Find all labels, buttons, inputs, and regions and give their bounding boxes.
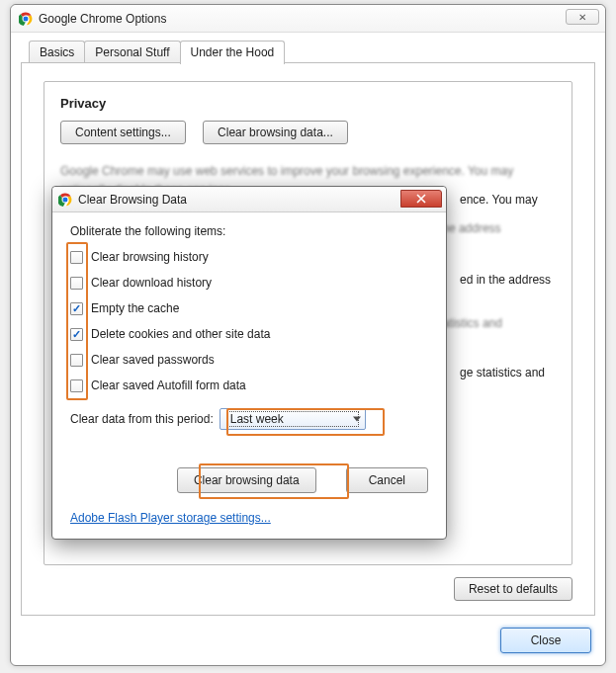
period-selected: Last week — [226, 411, 359, 427]
window-close-button[interactable]: ✕ — [566, 9, 599, 25]
close-icon — [416, 194, 426, 204]
reset-defaults-button[interactable]: Reset to defaults — [454, 577, 572, 601]
partial-text-1: ence. You may — [460, 191, 538, 210]
checkbox-label: Clear saved Autofill form data — [91, 379, 246, 392]
checkbox[interactable] — [70, 302, 83, 315]
clear-browsing-data-dialog: Clear Browsing Data Obliterate the follo… — [51, 186, 447, 540]
period-dropdown[interactable]: Last week — [220, 408, 366, 430]
svg-point-1 — [23, 16, 28, 21]
check-row-empty-cache[interactable]: Empty the cache — [70, 295, 428, 321]
main-title: Google Chrome Options — [39, 12, 166, 26]
check-row-saved-passwords[interactable]: Clear saved passwords — [70, 347, 428, 373]
dialog-close-button[interactable] — [400, 190, 442, 208]
clear-browsing-data-confirm-button[interactable]: Clear browsing data — [177, 467, 316, 493]
clear-browsing-data-button[interactable]: Clear browsing data... — [203, 121, 348, 144]
dialog-prompt: Obliterate the following items: — [70, 224, 428, 238]
checkbox-label: Clear download history — [91, 276, 212, 290]
checkbox-label: Delete cookies and other site data — [91, 327, 270, 341]
cancel-button[interactable]: Cancel — [346, 467, 428, 493]
check-row-delete-cookies[interactable]: Delete cookies and other site data — [70, 321, 428, 347]
dialog-titlebar: Clear Browsing Data — [52, 187, 446, 212]
checkbox[interactable] — [70, 277, 83, 290]
check-row-autofill[interactable]: Clear saved Autofill form data — [70, 373, 428, 398]
content-settings-button[interactable]: Content settings... — [60, 121, 186, 144]
partial-text-3: ge statistics and — [460, 364, 545, 382]
check-row-download-history[interactable]: Clear download history — [70, 270, 428, 295]
partial-text-2: ed in the address — [460, 271, 551, 290]
checkbox[interactable] — [70, 251, 83, 264]
checkbox-label: Empty the cache — [91, 301, 179, 315]
svg-point-4 — [62, 197, 67, 202]
close-icon: ✕ — [578, 12, 586, 23]
tab-under-the-hood[interactable]: Under the Hood — [180, 41, 286, 64]
dialog-title: Clear Browsing Data — [78, 193, 187, 207]
check-row-browsing-history[interactable]: Clear browsing history — [70, 244, 428, 270]
main-titlebar: Google Chrome Options ✕ — [11, 5, 605, 33]
checkbox-label: Clear browsing history — [91, 250, 209, 264]
checkbox[interactable] — [70, 379, 83, 392]
checkbox[interactable] — [70, 354, 83, 367]
chevron-down-icon — [353, 417, 361, 422]
privacy-title: Privacy — [60, 96, 556, 111]
tab-basics[interactable]: Basics — [29, 41, 85, 64]
tab-personal-stuff[interactable]: Personal Stuff — [84, 41, 180, 64]
chrome-icon — [19, 12, 33, 26]
close-button[interactable]: Close — [500, 628, 591, 653]
tabs: Basics Personal Stuff Under the Hood — [29, 41, 284, 64]
period-label: Clear data from this period: — [70, 412, 214, 426]
flash-settings-link[interactable]: Adobe Flash Player storage settings... — [70, 511, 271, 525]
chrome-icon — [58, 193, 72, 207]
checkbox[interactable] — [70, 328, 83, 341]
checkbox-label: Clear saved passwords — [91, 353, 215, 367]
